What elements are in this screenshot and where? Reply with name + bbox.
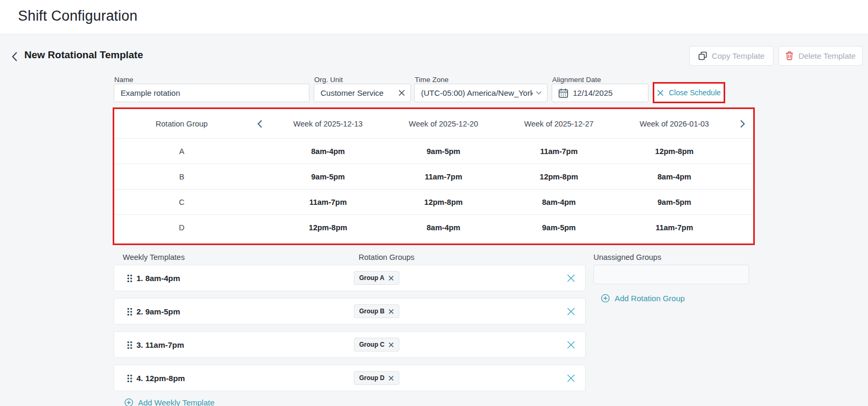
calendar-icon xyxy=(558,88,569,98)
template-title: New Rotational Template xyxy=(24,49,143,61)
delete-template-label: Delete Template xyxy=(798,51,855,60)
rotation-schedule-table: Rotation Group Week of 2025-12-13 Week o… xyxy=(113,107,755,245)
group-label: C xyxy=(114,198,249,206)
drag-handle-icon[interactable] xyxy=(127,374,132,383)
close-schedule-label: Close Schedule xyxy=(669,88,720,97)
drag-handle-icon[interactable] xyxy=(127,308,132,316)
weekly-template-row: 1. 8am-4pm Group A xyxy=(114,265,586,291)
close-schedule-button[interactable]: Close Schedule xyxy=(657,88,720,97)
name-field xyxy=(114,84,309,102)
shift-cell: 8am-4pm xyxy=(386,223,501,232)
group-chip-label: Group A xyxy=(359,274,385,282)
group-chip-label: Group B xyxy=(359,308,385,315)
remove-weekly-template-button[interactable] xyxy=(567,307,575,316)
weekly-template-name: 4. 12pm-8pm xyxy=(136,374,185,383)
shift-cell: 11am-7pm xyxy=(270,198,386,206)
weekly-template-row: 2. 9am-5pm Group B xyxy=(114,298,586,324)
group-label: B xyxy=(114,173,249,181)
add-rotation-group-button[interactable]: Add Rotation Group xyxy=(601,294,685,303)
group-chip-label: Group C xyxy=(359,341,385,348)
delete-template-button[interactable]: Delete Template xyxy=(779,46,863,66)
week-header: Week of 2026-01-03 xyxy=(617,120,732,128)
org-unit-clear-icon[interactable] xyxy=(398,89,405,96)
group-chip: Group A xyxy=(354,271,399,285)
circle-plus-icon xyxy=(601,294,610,303)
chevron-down-icon xyxy=(536,91,542,95)
shift-cell: 8am-4pm xyxy=(270,147,386,156)
chip-remove-icon[interactable] xyxy=(388,342,394,348)
back-button[interactable] xyxy=(7,50,21,64)
unassigned-groups-dropzone[interactable] xyxy=(593,265,749,284)
group-label: D xyxy=(114,223,249,232)
copy-icon xyxy=(698,51,707,60)
trash-icon xyxy=(785,51,793,60)
time-zone-label: Time Zone xyxy=(415,76,449,84)
weekly-template-name: 1. 8am-4pm xyxy=(136,274,180,283)
org-unit-value: Customer Service xyxy=(314,88,395,97)
add-weekly-template-label: Add Weekly Template xyxy=(138,398,215,406)
schedule-row-d: D 12pm-8pm 8am-4pm 9am-5pm 11am-7pm xyxy=(114,214,753,240)
chip-remove-icon[interactable] xyxy=(388,309,394,314)
org-unit-field[interactable]: Customer Service xyxy=(314,84,411,102)
shift-configuration-screen: Shift Configuration New Rotational Templ… xyxy=(0,0,868,406)
drag-handle-icon[interactable] xyxy=(127,341,132,349)
copy-template-label: Copy Template xyxy=(712,51,765,60)
shift-cell: 9am-5pm xyxy=(501,223,617,232)
shift-cell: 12pm-8pm xyxy=(270,223,386,232)
alignment-date-value: 12/14/2025 xyxy=(573,88,613,97)
shift-cell: 12pm-8pm xyxy=(501,173,617,181)
unassigned-groups-heading: Unassigned Groups xyxy=(593,253,661,261)
rotation-group-header: Rotation Group xyxy=(114,120,249,128)
add-weekly-template-button[interactable]: Add Weekly Template xyxy=(124,398,215,406)
group-label: A xyxy=(114,147,249,156)
schedule-row-b: B 9am-5pm 11am-7pm 12pm-8pm 8am-4pm xyxy=(114,164,753,189)
shift-cell: 9am-5pm xyxy=(270,173,386,181)
app-header: Shift Configuration xyxy=(0,0,868,34)
remove-weekly-template-button[interactable] xyxy=(567,340,575,349)
chip-remove-icon[interactable] xyxy=(388,275,394,281)
group-chip: Group C xyxy=(354,338,399,351)
alignment-date-field[interactable]: 12/14/2025 xyxy=(552,84,648,102)
week-header: Week of 2025-12-20 xyxy=(386,120,501,128)
name-input[interactable] xyxy=(114,84,309,102)
group-chip-label: Group D xyxy=(359,374,385,382)
group-chip: Group D xyxy=(354,371,399,385)
name-label: Name xyxy=(114,76,133,84)
next-week-button[interactable] xyxy=(740,120,745,128)
shift-cell: 12pm-8pm xyxy=(386,198,501,206)
circle-plus-icon xyxy=(124,398,133,406)
weekly-template-name: 2. 9am-5pm xyxy=(136,307,180,316)
weekly-templates-heading: Weekly Templates xyxy=(123,253,185,261)
collapse-x-icon xyxy=(657,89,664,96)
shift-cell: 11am-7pm xyxy=(617,223,732,232)
page-title: Shift Configuration xyxy=(18,8,138,24)
shift-cell: 9am-5pm xyxy=(386,147,501,156)
rotation-groups-heading: Rotation Groups xyxy=(359,253,415,261)
org-unit-label: Org. Unit xyxy=(314,76,343,84)
chip-remove-icon[interactable] xyxy=(388,375,394,381)
weekly-template-row: 4. 12pm-8pm Group D xyxy=(114,365,586,391)
shift-cell: 8am-4pm xyxy=(617,173,732,181)
week-header: Week of 2025-12-27 xyxy=(501,120,617,128)
shift-cell: 11am-7pm xyxy=(501,147,617,156)
weekly-template-row: 3. 11am-7pm Group C xyxy=(114,331,586,358)
drag-handle-icon[interactable] xyxy=(127,274,132,283)
time-zone-select[interactable]: (UTC-05:00) America/New_York xyxy=(414,84,547,102)
week-header: Week of 2025-12-13 xyxy=(270,120,386,128)
schedule-row-c: C 11am-7pm 12pm-8pm 8am-4pm 9am-5pm xyxy=(114,189,753,214)
alignment-date-label: Alignment Date xyxy=(552,76,601,84)
schedule-header-row: Rotation Group Week of 2025-12-13 Week o… xyxy=(114,109,753,138)
prev-week-button[interactable] xyxy=(257,120,262,128)
group-chip: Group B xyxy=(354,304,399,318)
shift-cell: 11am-7pm xyxy=(386,173,501,181)
close-schedule-annotation-box: Close Schedule xyxy=(653,82,725,103)
time-zone-value: (UTC-05:00) America/New_York xyxy=(415,88,533,97)
shift-cell: 8am-4pm xyxy=(501,198,617,206)
shift-cell: 12pm-8pm xyxy=(617,147,732,156)
schedule-row-a: A 8am-4pm 9am-5pm 11am-7pm 12pm-8pm xyxy=(114,138,753,164)
copy-template-button[interactable]: Copy Template xyxy=(689,46,773,66)
add-rotation-group-label: Add Rotation Group xyxy=(615,294,685,303)
shift-cell: 9am-5pm xyxy=(617,198,732,206)
remove-weekly-template-button[interactable] xyxy=(567,374,575,383)
remove-weekly-template-button[interactable] xyxy=(567,274,575,283)
